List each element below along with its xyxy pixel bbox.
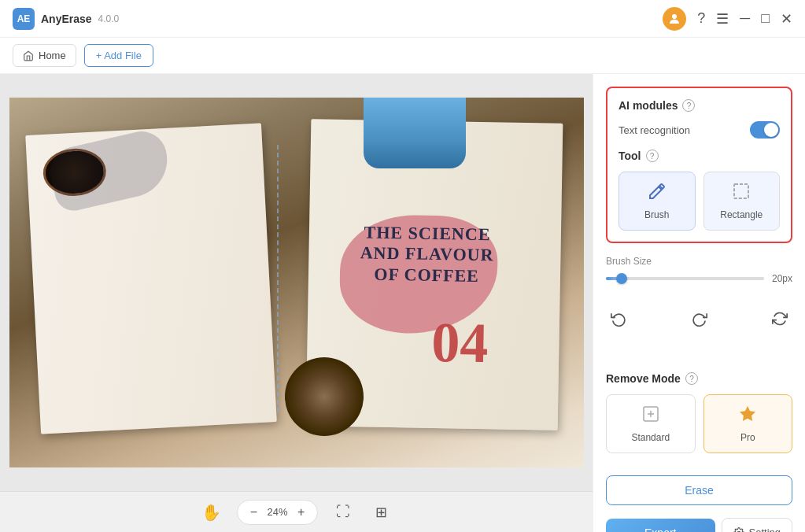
- erase-button[interactable]: Erase: [606, 475, 792, 505]
- maximize-icon[interactable]: □: [761, 10, 770, 27]
- remove-mode-help-icon[interactable]: ?: [685, 372, 698, 385]
- text-recognition-toggle[interactable]: [750, 121, 780, 139]
- setting-label: Setting: [749, 526, 781, 532]
- export-button[interactable]: Export: [606, 519, 715, 533]
- brush-size-section: Brush Size 20px: [606, 256, 792, 294]
- redo-button[interactable]: [687, 306, 712, 331]
- image-container[interactable]: THE SCIENCEAND FLAVOUROF COFFEE 04: [0, 74, 593, 491]
- brush-slider-track: [606, 277, 764, 280]
- remove-mode-header: Remove Mode ?: [606, 372, 792, 385]
- brush-icon: [648, 182, 667, 205]
- rectangle-label: Rectangle: [720, 209, 763, 220]
- toolbar: Home + Add File: [0, 38, 805, 74]
- pan-tool-button[interactable]: ✋: [199, 500, 224, 525]
- ai-modules-title: AI modules: [619, 99, 678, 112]
- brush-size-slider[interactable]: [606, 277, 764, 280]
- reset-button[interactable]: [767, 306, 792, 331]
- zoom-out-button[interactable]: −: [250, 505, 257, 519]
- mode-buttons: Standard Pro: [606, 394, 792, 453]
- remove-mode-section: Remove Mode ? Standard Pro: [606, 372, 792, 453]
- app-name: AnyErase: [41, 13, 92, 25]
- brush-slider-thumb: [616, 273, 627, 284]
- standard-mode-icon: [641, 405, 660, 427]
- fit-screen-button[interactable]: ⛶: [330, 500, 356, 525]
- ring-bottom: [285, 357, 364, 436]
- undo-redo-row: [606, 306, 792, 331]
- bottom-controls: ✋ − 24% + ⛶ ⊞: [0, 491, 593, 532]
- right-panel: AI modules ? Text recognition Tool ?: [593, 74, 805, 532]
- close-icon[interactable]: ✕: [781, 10, 792, 28]
- zoom-in-button[interactable]: +: [297, 505, 305, 519]
- main-content: THE SCIENCEAND FLAVOUROF COFFEE 04 ✋ − 2…: [0, 74, 805, 532]
- titlebar: AE AnyErase 4.0.0 ? ☰ ─ □ ✕: [0, 0, 805, 38]
- titlebar-right: ? ☰ ─ □ ✕: [663, 7, 792, 31]
- app-version: 4.0.0: [98, 13, 120, 24]
- help-icon[interactable]: ?: [697, 10, 705, 27]
- avatar-icon[interactable]: [663, 7, 686, 31]
- zoom-level: 24%: [264, 506, 291, 518]
- rectangle-icon: [732, 182, 751, 205]
- split-view-button[interactable]: ⊞: [368, 500, 393, 525]
- rectangle-tool-button[interactable]: Rectangle: [703, 172, 781, 231]
- panel-bottom-row: Export Setting: [606, 518, 792, 532]
- svg-marker-3: [740, 406, 755, 421]
- brush-tool-button[interactable]: Brush: [619, 172, 696, 231]
- svg-point-0: [672, 14, 677, 19]
- standard-mode-button[interactable]: Standard: [606, 394, 696, 453]
- svg-rect-1: [734, 184, 748, 198]
- tool-header-row: Tool ?: [619, 150, 780, 162]
- titlebar-left: AE AnyErase 4.0.0: [13, 8, 119, 30]
- add-file-label: + Add File: [96, 50, 142, 61]
- home-button[interactable]: Home: [13, 44, 76, 67]
- pro-mode-label: Pro: [740, 432, 755, 443]
- ai-modules-help-icon[interactable]: ?: [682, 99, 695, 112]
- brush-size-label: Brush Size: [606, 256, 792, 267]
- minimize-icon[interactable]: ─: [740, 10, 750, 27]
- setting-button[interactable]: Setting: [722, 518, 792, 532]
- ai-modules-section: AI modules ? Text recognition Tool ?: [606, 87, 792, 243]
- pro-mode-icon: [738, 405, 757, 427]
- book-scene: THE SCIENCEAND FLAVOUROF COFFEE 04: [9, 98, 584, 467]
- home-label: Home: [39, 50, 66, 61]
- brush-label: Brush: [644, 209, 669, 220]
- add-file-button[interactable]: + Add File: [84, 44, 153, 67]
- brush-size-value: 20px: [772, 273, 792, 284]
- text-recognition-row: Text recognition: [619, 121, 780, 139]
- pro-mode-button[interactable]: Pro: [703, 394, 793, 453]
- dashed-line: [277, 145, 279, 412]
- book-text: THE SCIENCEAND FLAVOUROF COFFEE: [360, 222, 494, 286]
- app-logo: AE: [13, 8, 35, 30]
- standard-mode-label: Standard: [631, 432, 670, 443]
- book-number: 04: [430, 310, 488, 376]
- mug-top: [364, 98, 466, 168]
- text-recognition-label: Text recognition: [619, 124, 690, 136]
- tool-title: Tool: [619, 150, 641, 162]
- tool-help-icon[interactable]: ?: [646, 150, 659, 162]
- menu-icon[interactable]: ☰: [716, 10, 729, 28]
- zoom-controls: − 24% +: [237, 500, 319, 525]
- canvas-area: THE SCIENCEAND FLAVOUROF COFFEE 04 ✋ − 2…: [0, 74, 593, 532]
- brush-size-row: 20px: [606, 273, 792, 284]
- undo-button[interactable]: [606, 306, 631, 331]
- remove-mode-title: Remove Mode: [606, 372, 681, 385]
- book-page-left: [25, 123, 276, 434]
- ai-modules-header: AI modules ?: [619, 99, 780, 112]
- tool-buttons: Brush Rectangle: [619, 172, 780, 231]
